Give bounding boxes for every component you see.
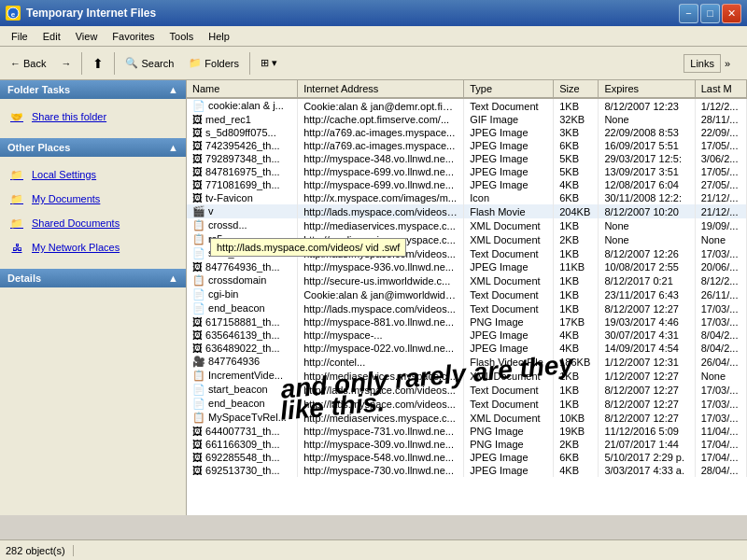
table-row[interactable]: 🖼 med_rec1 http://cache.opt.fimserve.com… — [187, 113, 747, 126]
file-table: Name Internet Address Type Size Expires … — [187, 80, 747, 477]
table-row[interactable]: 🖼 771081699_th... http://myspace-699.vo.… — [187, 178, 747, 191]
toolbar-separator-1 — [81, 52, 82, 75]
table-row[interactable]: 🖼 tv-Favicon http://x.myspace.com/images… — [187, 191, 747, 204]
col-size[interactable]: Size — [554, 80, 599, 98]
col-name[interactable]: Name — [187, 80, 298, 98]
up-icon: ⬆ — [92, 56, 104, 71]
cell-type: PNG Image — [464, 425, 554, 438]
sidebar-item-network-places[interactable]: 🖧 My Network Places — [4, 235, 182, 259]
table-row[interactable]: 📄 cookie:alan & j... Cookie:alan & jan@d… — [187, 98, 747, 113]
svg-text:e: e — [11, 10, 16, 19]
back-button[interactable]: ← Back — [4, 50, 52, 77]
table-row[interactable]: 📋 MySpaceTvRel... http://mediaservices.m… — [187, 411, 747, 425]
menu-tools[interactable]: Tools — [162, 26, 202, 46]
menu-file[interactable]: File — [4, 26, 35, 46]
menu-favorites[interactable]: Favorites — [105, 26, 162, 46]
view-button[interactable]: ⊞ ▾ — [254, 50, 284, 77]
cell-name: 📄 cookie:alan & j... — [187, 98, 298, 113]
table-row[interactable]: 📄 cgi-bin Cookie:alan & jan@imworldwide.… — [187, 287, 747, 301]
col-address[interactable]: Internet Address — [298, 80, 464, 98]
cell-name: 🖼 644007731_th... — [187, 425, 298, 438]
cell-size: 6KB — [554, 139, 599, 152]
maximize-button[interactable]: □ — [700, 4, 720, 23]
cell-size: 5KB — [554, 165, 599, 178]
toolbar-separator-2 — [114, 52, 115, 75]
table-row[interactable]: 🎬 v http://lads.myspace.com/videos/... F… — [187, 204, 747, 218]
cell-address: http://myspace-348.vo.llnwd.ne... — [298, 152, 464, 165]
file-icon: 📋 — [192, 219, 205, 231]
cell-type: XML Document — [464, 411, 554, 425]
cell-type: Icon — [464, 191, 554, 204]
folder-tasks-header[interactable]: Folder Tasks ▲ — [0, 80, 186, 99]
share-folder-link[interactable]: 🤝 Share this folder — [4, 105, 182, 129]
cell-expires: 22/09/2008 8:53 — [599, 126, 695, 139]
cell-size: 1KB — [554, 273, 599, 287]
table-row[interactable]: 🖼 636489022_th... http://myspace-022.vo.… — [187, 342, 747, 355]
tooltip: http://lads.myspace.com/videos/ vid .swf — [210, 238, 406, 257]
cell-size: 1KB — [554, 287, 599, 301]
file-list-container[interactable]: Name Internet Address Type Size Expires … — [187, 80, 747, 515]
cell-expires: 14/09/2017 4:54 — [599, 342, 695, 355]
folders-button[interactable]: 📁 Folders — [182, 50, 246, 77]
cell-expires: 8/12/2007 12:23 — [599, 98, 695, 113]
col-lastmod[interactable]: Last M — [695, 80, 746, 98]
folder-icon-2: 📁 — [7, 189, 26, 208]
table-row[interactable]: 🖼 617158881_th... http://myspace-881.vo.… — [187, 315, 747, 329]
table-row[interactable]: 🖼 792897348_th... http://myspace-348.vo.… — [187, 152, 747, 165]
file-icon: 🖼 — [192, 439, 203, 450]
minimize-button[interactable]: − — [679, 4, 698, 23]
cell-name: 🖼 s_5d809ff075... — [187, 126, 298, 139]
cell-size: 1KB — [554, 98, 599, 113]
file-icon: 🖼 — [192, 192, 203, 203]
close-button[interactable]: ✕ — [722, 4, 741, 23]
table-row[interactable]: 🖼 635646139_th... http://myspace-... JPE… — [187, 329, 747, 342]
sidebar-item-my-documents[interactable]: 📁 My Documents — [4, 187, 182, 211]
table-row[interactable]: 🖼 692285548_th... http://myspace-548.vo.… — [187, 451, 747, 464]
cell-expires: 21/07/2017 1:44 — [599, 438, 695, 451]
cell-name: 🖼 617158881_th... — [187, 315, 298, 329]
cell-type: Text Document — [464, 98, 554, 113]
col-type[interactable]: Type — [464, 80, 554, 98]
folder-icon-1: 📁 — [7, 165, 26, 184]
cell-address: http://mediaservices.myspace.c... — [298, 218, 464, 232]
cell-address: Cookie:alan & jan@imworldwide... — [298, 287, 464, 301]
menu-view[interactable]: View — [68, 26, 106, 46]
cell-lastmod: 28/11/... — [695, 113, 746, 126]
table-row[interactable]: 🖼 s_5d809ff075... http://a769.ac-images.… — [187, 126, 747, 139]
links-button[interactable]: Links — [684, 54, 721, 73]
sidebar-item-shared-documents[interactable]: 📁 Shared Documents — [4, 211, 182, 235]
other-places-content: 📁 Local Settings 📁 My Documents 📁 Shared… — [0, 157, 186, 265]
table-row[interactable]: 🖼 847816975_th... http://myspace-699.vo.… — [187, 165, 747, 178]
table-row[interactable]: 🖼 847764936_th... http://myspace-936.vo.… — [187, 260, 747, 273]
cell-type: Flash Movie — [464, 204, 554, 218]
table-row[interactable]: 📄 end_beacon http://lads.myspace.com/vid… — [187, 397, 747, 411]
sidebar-item-local-settings[interactable]: 📁 Local Settings — [4, 162, 182, 187]
details-header[interactable]: Details ▲ — [0, 269, 186, 287]
cell-address: http://myspace-... — [298, 329, 464, 342]
col-expires[interactable]: Expires — [599, 80, 695, 98]
forward-button[interactable]: → — [54, 50, 78, 77]
share-icon: 🤝 — [7, 107, 26, 126]
cell-expires: 8/12/2007 12:26 — [599, 246, 695, 260]
table-row[interactable]: 🖼 661166309_th... http://myspace-309.vo.… — [187, 438, 747, 451]
table-row[interactable]: 🖼 692513730_th... http://myspace-730.vo.… — [187, 464, 747, 477]
cell-lastmod: 8/12/2... — [695, 273, 746, 287]
table-row[interactable]: 🖼 644007731_th... http://myspace-731.vo.… — [187, 425, 747, 438]
file-icon: 🎬 — [192, 205, 205, 217]
table-row[interactable]: 📄 end_beacon http://lads.myspace.com/vid… — [187, 301, 747, 315]
table-row[interactable]: 📋 crossdomain http://secure-us.imworldwi… — [187, 273, 747, 287]
cell-size: 6KB — [554, 451, 599, 464]
file-icon: 🎥 — [192, 356, 205, 367]
toolbar-right-arrow[interactable]: » — [725, 58, 743, 69]
other-places-header[interactable]: Other Places ▲ — [0, 138, 186, 157]
menu-help[interactable]: Help — [201, 26, 237, 46]
menu-edit[interactable]: Edit — [35, 26, 68, 46]
up-button[interactable]: ⬆ — [86, 50, 110, 77]
file-icon: 🖼 — [192, 426, 203, 437]
sidebar-section-folder-tasks: Folder Tasks ▲ 🤝 Share this folder — [0, 80, 186, 134]
table-row[interactable]: 🖼 742395426_th... http://a769.ac-images.… — [187, 139, 747, 152]
table-row[interactable]: 📋 crossd... http://mediaservices.myspace… — [187, 218, 747, 232]
search-button[interactable]: 🔍 Search — [119, 50, 180, 77]
cell-type: XML Document — [464, 232, 554, 246]
file-icon: 📄 — [192, 288, 205, 300]
